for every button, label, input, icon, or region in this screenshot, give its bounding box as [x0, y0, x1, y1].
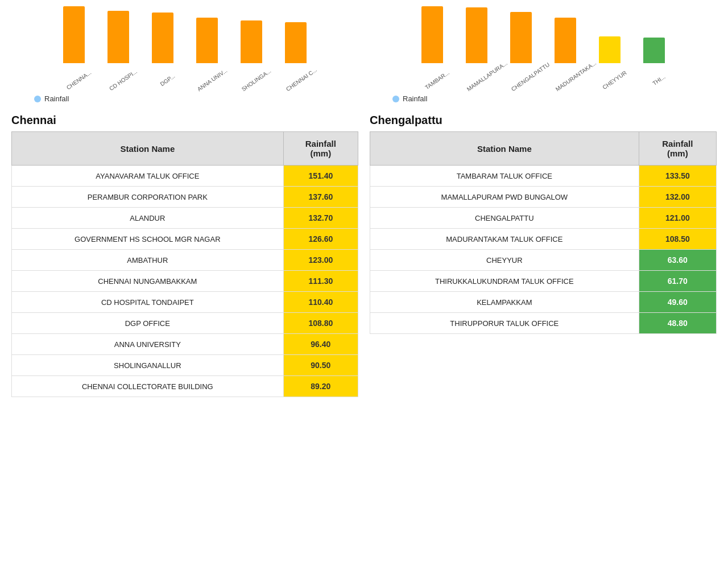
- rainfall-value-cell: 90.50: [283, 355, 358, 376]
- left-legend-label: Rainfall: [44, 94, 69, 103]
- bar-wrapper: ANNA UNIV...: [190, 18, 224, 74]
- bar-label: DGP...: [152, 68, 183, 92]
- station-name-cell: KELAMPAKKAM: [370, 292, 639, 313]
- station-name-cell: AMBATHUR: [12, 250, 284, 271]
- bar-label: SHOLINGA...: [241, 68, 272, 92]
- rainfall-value-cell: 151.40: [283, 166, 358, 187]
- table-row: AMBATHUR123.00: [12, 250, 358, 271]
- chart-bar: [196, 18, 218, 63]
- chart-bar: [152, 13, 173, 63]
- chart-bar: [63, 6, 85, 63]
- bar-wrapper: CHENNA...: [57, 6, 91, 74]
- rainfall-value-cell: 132.00: [639, 187, 716, 208]
- chart-bar: [510, 12, 532, 63]
- bar-wrapper: CHENGALPATTU: [504, 12, 538, 74]
- left-chart-legend: Rainfall: [34, 94, 69, 103]
- bar-wrapper: DGP...: [146, 13, 180, 74]
- chengalpattu-section: Chengalpattu Station Name Rainfall(mm) T…: [370, 114, 717, 334]
- left-chart-bars: CHENNA...CD HOSPI...DGP...ANNA UNIV...SH…: [11, 6, 358, 74]
- left-legend-dot: [34, 96, 41, 102]
- bar-wrapper: THI...: [637, 38, 671, 74]
- right-chart-section: TAMBAR...MAMALLAPURA...CHENGALPATTUMADUR…: [370, 6, 717, 108]
- table-row: CHENNAI COLLECTORATE BUILDING89.20: [12, 376, 358, 397]
- station-name-cell: SHOLINGANALLUR: [12, 355, 284, 376]
- table-row: CHEYYUR63.60: [370, 250, 717, 271]
- right-chart-bars: TAMBAR...MAMALLAPURA...CHENGALPATTUMADUR…: [370, 6, 717, 74]
- bar-wrapper: CD HOSPI...: [101, 11, 135, 74]
- table-row: GOVERNMENT HS SCHOOL MGR NAGAR126.60: [12, 229, 358, 250]
- rainfall-value-cell: 89.20: [283, 376, 358, 397]
- rainfall-value-cell: 63.60: [639, 250, 716, 271]
- station-name-cell: ALANDUR: [12, 208, 284, 229]
- table-row: AYANAVARAM TALUK OFFICE151.40: [12, 166, 358, 187]
- chart-bar: [466, 7, 487, 63]
- bar-label: MAMALLAPURA...: [466, 68, 497, 92]
- tables-row: Chennai Station Name Rainfall(mm) AYANAV…: [0, 108, 728, 408]
- table-row: ANNA UNIVERSITY96.40: [12, 334, 358, 355]
- table-row: KELAMPAKKAM49.60: [370, 292, 717, 313]
- bar-label: CHEYYUR: [599, 68, 630, 92]
- chengalpattu-col2-header: Rainfall(mm): [639, 132, 716, 166]
- bar-wrapper: MADURANTAKA...: [548, 18, 582, 74]
- chart-bar: [421, 6, 443, 63]
- bar-label: THI...: [643, 68, 675, 92]
- rainfall-value-cell: 137.60: [283, 187, 358, 208]
- station-name-cell: CD HOSPITAL TONDAIPET: [12, 292, 284, 313]
- rainfall-value-cell: 121.00: [639, 208, 716, 229]
- station-name-cell: TAMBARAM TALUK OFFICE: [370, 166, 639, 187]
- chart-bar: [643, 38, 665, 63]
- chennai-table: Station Name Rainfall(mm) AYANAVARAM TAL…: [11, 131, 358, 397]
- station-name-cell: GOVERNMENT HS SCHOOL MGR NAGAR: [12, 229, 284, 250]
- table-row: TAMBARAM TALUK OFFICE133.50: [370, 166, 717, 187]
- station-name-cell: MADURANTAKAM TALUK OFFICE: [370, 229, 639, 250]
- chengalpattu-col1-header: Station Name: [370, 132, 639, 166]
- right-legend-dot: [392, 96, 399, 102]
- table-row: CD HOSPITAL TONDAIPET110.40: [12, 292, 358, 313]
- bar-wrapper: SHOLINGA...: [234, 20, 268, 74]
- bar-label: CD HOSPI...: [107, 68, 139, 92]
- station-name-cell: ANNA UNIVERSITY: [12, 334, 284, 355]
- chart-bar: [241, 20, 262, 63]
- bar-wrapper: CHENNAI C...: [279, 22, 313, 74]
- bar-wrapper: MAMALLAPURA...: [460, 7, 494, 74]
- table-row: CHENGALPATTU121.00: [370, 208, 717, 229]
- table-row: MADURANTAKAM TALUK OFFICE108.50: [370, 229, 717, 250]
- right-chart-legend: Rainfall: [392, 94, 427, 103]
- table-row: THIRUKKALUKUNDRAM TALUK OFFICE61.70: [370, 271, 717, 292]
- rainfall-value-cell: 133.50: [639, 166, 716, 187]
- bar-label: TAMBAR...: [421, 68, 453, 92]
- chart-bar: [555, 18, 576, 63]
- left-chart-section: CHENNA...CD HOSPI...DGP...ANNA UNIV...SH…: [11, 6, 358, 108]
- charts-row: CHENNA...CD HOSPI...DGP...ANNA UNIV...SH…: [0, 0, 728, 108]
- station-name-cell: CHENNAI COLLECTORATE BUILDING: [12, 376, 284, 397]
- chengalpattu-title: Chengalpattu: [370, 114, 717, 127]
- bar-label: CHENGALPATTU: [510, 68, 541, 92]
- rainfall-value-cell: 123.00: [283, 250, 358, 271]
- table-row: THIRUPPORUR TALUK OFFICE48.80: [370, 313, 717, 334]
- chart-bar: [285, 22, 307, 63]
- station-name-cell: THIRUKKALUKUNDRAM TALUK OFFICE: [370, 271, 639, 292]
- rainfall-value-cell: 96.40: [283, 334, 358, 355]
- rainfall-value-cell: 49.60: [639, 292, 716, 313]
- table-row: ALANDUR132.70: [12, 208, 358, 229]
- bar-wrapper: TAMBAR...: [415, 6, 449, 74]
- right-legend-label: Rainfall: [403, 94, 427, 103]
- chart-bar: [107, 11, 129, 63]
- chennai-col1-header: Station Name: [12, 132, 284, 166]
- rainfall-value-cell: 61.70: [639, 271, 716, 292]
- station-name-cell: CHENNAI NUNGAMBAKKAM: [12, 271, 284, 292]
- station-name-cell: MAMALLAPURAM PWD BUNGALOW: [370, 187, 639, 208]
- chennai-title: Chennai: [11, 114, 358, 127]
- rainfall-value-cell: 111.30: [283, 271, 358, 292]
- bar-wrapper: CHEYYUR: [593, 36, 627, 74]
- bar-label: CHENNAI C...: [285, 68, 316, 92]
- rainfall-value-cell: 108.50: [639, 229, 716, 250]
- table-row: DGP OFFICE108.80: [12, 313, 358, 334]
- station-name-cell: PERAMBUR CORPORATION PARK: [12, 187, 284, 208]
- chennai-section: Chennai Station Name Rainfall(mm) AYANAV…: [11, 114, 358, 397]
- bar-label: ANNA UNIV...: [196, 68, 228, 92]
- chengalpattu-table: Station Name Rainfall(mm) TAMBARAM TALUK…: [370, 131, 717, 334]
- station-name-cell: CHEYYUR: [370, 250, 639, 271]
- bar-label: MADURANTAKA...: [555, 68, 586, 92]
- table-row: MAMALLAPURAM PWD BUNGALOW132.00: [370, 187, 717, 208]
